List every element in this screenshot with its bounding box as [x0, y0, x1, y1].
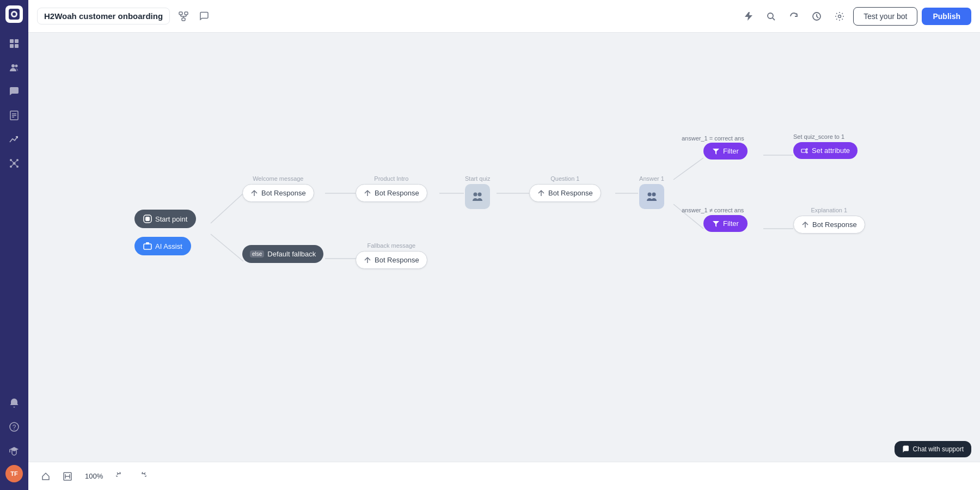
welcome-message-node[interactable]: Bot Response [242, 184, 314, 202]
undo-icon[interactable] [112, 468, 129, 485]
chat-support-button[interactable]: Chat with support [895, 441, 971, 457]
ai-assist-label: AI Assist [155, 242, 182, 250]
answer-1-node[interactable] [639, 184, 664, 209]
help-icon[interactable]: ? [4, 417, 24, 437]
svg-point-2 [13, 13, 16, 16]
filter-incorrect-node[interactable]: Filter [703, 215, 748, 232]
fallback-message-label: Fallback message [367, 242, 416, 249]
publish-button[interactable]: Publish [922, 8, 971, 25]
svg-rect-47 [145, 217, 150, 221]
filter-incorrect-text: Filter [723, 219, 739, 228]
svg-line-35 [211, 193, 243, 223]
svg-line-41 [673, 158, 703, 180]
svg-text:?: ? [13, 424, 16, 431]
svg-rect-25 [185, 12, 188, 15]
explanation-1-node[interactable]: Bot Response [793, 216, 865, 234]
default-fallback-wrapper: else Default fallback [242, 245, 323, 263]
svg-rect-3 [10, 39, 14, 43]
svg-line-20 [11, 164, 13, 166]
topbar: H2Woah customer onboarding [28, 0, 980, 33]
svg-point-53 [478, 193, 482, 197]
svg-rect-6 [15, 44, 19, 48]
svg-point-15 [16, 159, 19, 161]
settings-icon[interactable] [830, 7, 849, 26]
start-point-node-wrapper: Start point [134, 210, 196, 228]
incorrect-condition-label: answer_1 ≠ correct ans [682, 207, 744, 213]
zoom-level: 100% [81, 472, 107, 480]
default-fallback-node[interactable]: else Default fallback [242, 245, 323, 263]
test-bot-button[interactable]: Test your bot [853, 7, 917, 26]
default-fallback-text: Default fallback [267, 250, 316, 258]
svg-line-32 [773, 18, 775, 20]
chat-support-label: Chat with support [913, 445, 964, 453]
start-quiz-label: Start quiz [465, 175, 490, 182]
ai-assist-node[interactable]: AI Assist [134, 237, 191, 255]
start-quiz-wrapper: Start quiz [465, 175, 490, 209]
explanation-1-text: Bot Response [812, 220, 857, 229]
svg-point-17 [16, 166, 19, 168]
comment-icon[interactable] [195, 7, 213, 26]
filter-correct-wrapper: Filter [703, 143, 748, 160]
bell-icon[interactable] [4, 393, 24, 413]
question-1-node[interactable]: Bot Response [529, 184, 601, 202]
sidebar: ? TF [0, 0, 28, 490]
else-badge: else [250, 250, 264, 258]
svg-point-16 [10, 166, 12, 168]
app-logo[interactable] [5, 5, 23, 23]
lightning-icon[interactable] [739, 7, 757, 26]
set-attribute-text: Set attribute [812, 146, 850, 155]
set-attr-condition-label: Set quiz_score to 1 [793, 133, 844, 140]
bottombar: 100% [28, 462, 980, 490]
svg-line-21 [15, 164, 17, 166]
user-avatar[interactable]: TF [5, 465, 23, 482]
history-icon[interactable] [807, 7, 826, 26]
filter-correct-node[interactable]: Filter [703, 143, 748, 160]
svg-marker-61 [713, 221, 719, 227]
svg-rect-57 [801, 149, 806, 152]
start-point-node[interactable]: Start point [134, 210, 196, 228]
project-name[interactable]: H2Woah customer onboarding [37, 8, 170, 24]
product-intro-text: Bot Response [375, 189, 419, 197]
home-icon[interactable] [37, 468, 54, 485]
svg-point-31 [768, 13, 773, 19]
dashboard-icon[interactable] [4, 34, 24, 53]
answer-1-wrapper: Answer 1 [639, 175, 664, 209]
start-quiz-node[interactable] [465, 184, 490, 209]
reports-icon[interactable] [4, 106, 24, 125]
svg-point-13 [13, 162, 16, 165]
redo-icon[interactable] [133, 468, 151, 485]
svg-point-8 [15, 65, 18, 68]
fallback-message-text: Bot Response [375, 256, 419, 264]
svg-marker-56 [713, 149, 719, 155]
fit-view-icon[interactable] [59, 468, 76, 485]
svg-point-14 [10, 159, 12, 161]
integrations-icon[interactable] [4, 154, 24, 173]
explanation-1-label: Explanation 1 [811, 207, 848, 213]
svg-line-18 [11, 161, 13, 162]
product-intro-wrapper: Product Intro Bot Response [356, 175, 427, 202]
flow-connectors [28, 33, 980, 490]
flow-canvas[interactable]: Start point AI Assist Welcome message Bo… [28, 33, 980, 490]
svg-rect-24 [179, 12, 182, 15]
product-intro-node[interactable]: Bot Response [356, 184, 427, 202]
svg-point-34 [838, 15, 841, 17]
set-attribute-node[interactable]: Set attribute [793, 142, 857, 159]
refresh-icon[interactable] [785, 7, 803, 26]
question-1-text: Bot Response [548, 189, 593, 197]
svg-point-52 [474, 193, 477, 197]
learn-icon[interactable] [4, 441, 24, 461]
svg-point-54 [648, 193, 652, 197]
welcome-message-wrapper: Welcome message Bot Response [242, 175, 314, 202]
users-icon[interactable] [4, 58, 24, 77]
search-icon[interactable] [762, 7, 780, 26]
svg-line-36 [211, 234, 243, 261]
answer-1-label: Answer 1 [639, 175, 664, 182]
welcome-message-label: Welcome message [253, 175, 303, 182]
filter-incorrect-wrapper: Filter [703, 215, 748, 232]
sidebar-bottom: ? TF [4, 391, 24, 485]
filter-correct-text: Filter [723, 147, 739, 155]
analytics-icon[interactable] [4, 130, 24, 149]
flow-icon[interactable] [174, 7, 193, 26]
fallback-message-node[interactable]: Bot Response [356, 251, 427, 269]
chat-icon[interactable] [4, 82, 24, 101]
